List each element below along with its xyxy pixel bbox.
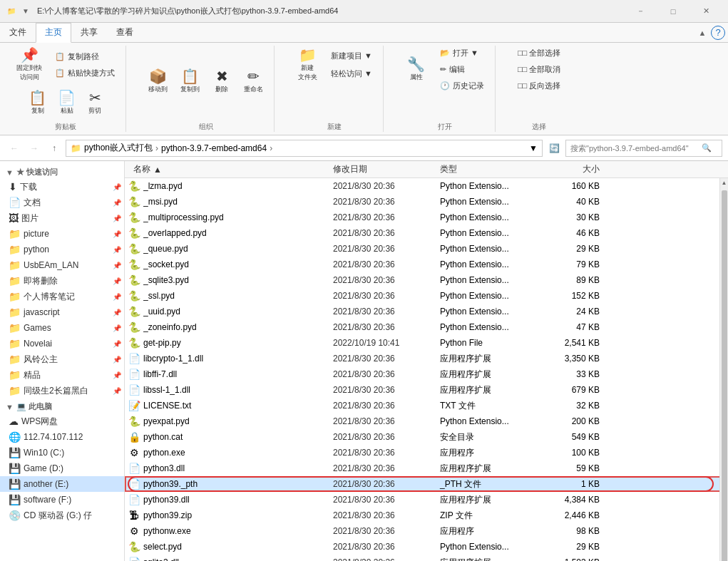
tab-home[interactable]: 主页	[36, 23, 71, 43]
edit-button[interactable]: ✏ 编辑	[435, 62, 489, 77]
easy-access-button[interactable]: 轻松访问 ▼	[326, 66, 377, 81]
table-row[interactable]: 🗜 python39.zip 2021/8/30 20:36 ZIP 文件 2,…	[125, 508, 728, 523]
sidebar-item-wps[interactable]: ☁ WPS网盘	[0, 413, 124, 429]
table-row[interactable]: 🐍 _socket.pyd 2021/8/30 20:36 Python Ext…	[125, 257, 728, 272]
new-folder-button[interactable]: 📁 新建文件夹	[292, 46, 323, 84]
search-input[interactable]	[570, 144, 699, 153]
cut-button[interactable]: ✂ 剪切	[82, 88, 108, 118]
table-row[interactable]: 🔒 python.cat 2021/8/30 20:36 安全目录 549 KB	[125, 429, 728, 445]
refresh-button[interactable]: 🔄	[545, 140, 563, 157]
move-to-button[interactable]: 📦 移动到	[143, 67, 173, 96]
sidebar-item-tongji[interactable]: 📁 同级生2长篇黑白 📌	[0, 383, 124, 398]
deselect-all-button[interactable]: □□ 全部取消	[513, 62, 565, 77]
games-pin: 📌	[113, 324, 121, 332]
table-row[interactable]: 🐍 _multiprocessing.pyd 2021/8/30 20:36 P…	[125, 210, 728, 225]
properties-button[interactable]: 🔧 属性	[401, 46, 432, 93]
sidebar-item-anothe[interactable]: 💾 another (E:)	[0, 476, 124, 492]
breadcrumb-item-1[interactable]: python嵌入式打包	[84, 142, 153, 154]
table-row[interactable]: ⚙ pythonw.exe 2021/8/30 20:36 应用程序 98 KB	[125, 523, 728, 539]
copy-to-button[interactable]: 📋 复制到	[175, 67, 205, 96]
help-icon[interactable]: ?	[711, 26, 725, 40]
sidebar-item-win10c[interactable]: 💾 Win10 (C:)	[0, 445, 124, 460]
sidebar-item-gamed[interactable]: 💾 Game (D:)	[0, 460, 124, 476]
breadcrumb-dropdown-icon[interactable]: ▼	[529, 143, 538, 153]
table-row[interactable]: 🐍 _uuid.pyd 2021/8/30 20:36 Python Exten…	[125, 304, 728, 319]
col-date-header[interactable]: 修改日期	[327, 163, 434, 175]
cut-label: 剪切	[88, 106, 101, 115]
select-all-button[interactable]: □□ 全部选择	[513, 46, 565, 61]
table-row[interactable]: 📄 sqlite3.dll 2021/8/30 20:36 应用程序扩展 1,5…	[125, 555, 728, 561]
scroll-thumb[interactable]	[722, 190, 727, 561]
table-row[interactable]: 📄 python3.dll 2021/8/30 20:36 应用程序扩展 59 …	[125, 460, 728, 476]
file-size: 46 KB	[548, 228, 605, 238]
table-row[interactable]: 🐍 _lzma.pyd 2021/8/30 20:36 Python Exten…	[125, 178, 728, 194]
copy-path-button[interactable]: 📋 复制路径	[50, 49, 120, 64]
sidebar-item-javascript[interactable]: 📁 javascript 📌	[0, 304, 124, 320]
table-row[interactable]: 🐍 get-pip.py 2022/10/19 10:41 Python Fil…	[125, 335, 728, 351]
tab-share[interactable]: 共享	[71, 23, 107, 42]
maximize-button[interactable]: □	[657, 0, 689, 23]
back-button[interactable]: ←	[6, 140, 23, 157]
table-row[interactable]: 📄 libcrypto-1_1.dll 2021/8/30 20:36 应用程序…	[125, 351, 728, 366]
sidebar-item-fenglingongzhu[interactable]: 📁 风铃公主 📌	[0, 351, 124, 367]
sidebar-item-jijiangshanchu[interactable]: 📁 即将删除 📌	[0, 273, 124, 289]
sidebar-item-documents[interactable]: 📄 文档 📌	[0, 195, 124, 210]
sidebar-item-pictures[interactable]: 🖼 图片 📌	[0, 210, 124, 226]
file-date: 2021/8/30 20:36	[327, 463, 434, 473]
invert-select-button[interactable]: □□ 反向选择	[513, 78, 565, 93]
close-button[interactable]: ✕	[689, 0, 722, 23]
rename-button[interactable]: ✏ 重命名	[239, 67, 268, 96]
sidebar-item-games[interactable]: 📁 Games 📌	[0, 320, 124, 336]
new-item-button[interactable]: 新建项目 ▼	[326, 48, 377, 63]
copy-button[interactable]: 📋 复制	[24, 88, 51, 118]
minimize-button[interactable]: －	[624, 0, 657, 23]
this-pc-chevron[interactable]: ▼	[6, 403, 14, 411]
sidebar-item-softf[interactable]: 💾 software (F:)	[0, 492, 124, 508]
table-row[interactable]: 📄 python39.dll 2021/8/30 20:36 应用程序扩展 4,…	[125, 492, 728, 508]
table-row[interactable]: 📄 libffi-7.dll 2021/8/30 20:36 应用程序扩展 33…	[125, 366, 728, 382]
sidebar-item-network[interactable]: 🌐 112.74.107.112	[0, 429, 124, 445]
sidebar-item-python[interactable]: 📁 python 📌	[0, 242, 124, 257]
sidebar-item-gerenbo[interactable]: 📁 个人博客笔记 📌	[0, 289, 124, 304]
quick-access-chevron[interactable]: ▼	[6, 168, 14, 177]
history-button[interactable]: 🕐 历史记录	[435, 78, 489, 93]
table-row[interactable]: 🐍 _msi.pyd 2021/8/30 20:36 Python Extens…	[125, 194, 728, 210]
scroll-up-button[interactable]: ▲	[720, 178, 728, 187]
col-type-header[interactable]: 类型	[434, 163, 548, 175]
pin-to-quick-access-button[interactable]: 📌 固定到快访问间	[11, 46, 47, 84]
sidebar-item-usbeam[interactable]: 📁 UsbEAm_LAN 📌	[0, 257, 124, 273]
file-name: python39._pth	[143, 479, 327, 489]
col-name-header[interactable]: 名称 ▲	[128, 163, 327, 175]
sidebar-item-cdg[interactable]: 💿 CD 驱动器 (G:) 仔	[0, 508, 124, 523]
table-row[interactable]: 📝 LICENSE.txt 2021/8/30 20:36 TXT 文件 32 …	[125, 398, 728, 413]
table-row[interactable]: 📄 libssl-1_1.dll 2021/8/30 20:36 应用程序扩展 …	[125, 382, 728, 398]
sidebar-item-downloads[interactable]: ⬇ 下载 📌	[0, 179, 124, 195]
table-row[interactable]: ⚙ python.exe 2021/8/30 20:36 应用程序 100 KB	[125, 445, 728, 460]
paste-button[interactable]: 📄 粘贴	[53, 88, 81, 118]
scrollbar[interactable]: ▲ ▼	[719, 178, 728, 561]
table-row[interactable]: 🐍 _zoneinfo.pyd 2021/8/30 20:36 Python E…	[125, 319, 728, 335]
breadcrumb-item-2[interactable]: python-3.9.7-embed-amd64	[161, 143, 267, 153]
delete-button[interactable]: ✖ 删除	[207, 67, 236, 96]
tab-view[interactable]: 查看	[107, 23, 143, 42]
sidebar-item-picture[interactable]: 📁 picture 📌	[0, 226, 124, 242]
ribbon-collapse-icon[interactable]: ▲	[697, 27, 708, 38]
table-row[interactable]: 🐍 select.pyd 2021/8/30 20:36 Python Exte…	[125, 539, 728, 555]
file-list-header: 名称 ▲ 修改日期 类型 大小	[125, 161, 728, 178]
sidebar-item-novelai[interactable]: 📁 Novelai 📌	[0, 336, 124, 351]
table-row[interactable]: 📄 python39._pth 2021/8/30 20:36 _PTH 文件 …	[125, 476, 728, 492]
file-list-body[interactable]: 🐍 _lzma.pyd 2021/8/30 20:36 Python Exten…	[125, 178, 728, 561]
table-row[interactable]: 🐍 _queue.pyd 2021/8/30 20:36 Python Exte…	[125, 241, 728, 257]
forward-button[interactable]: →	[26, 140, 43, 157]
table-row[interactable]: 🐍 _ssl.pyd 2021/8/30 20:36 Python Extens…	[125, 288, 728, 304]
col-size-header[interactable]: 大小	[548, 163, 605, 175]
paste-shortcut-button[interactable]: 📋 粘贴快捷方式	[50, 66, 120, 81]
table-row[interactable]: 🐍 _sqlite3.pyd 2021/8/30 20:36 Python Ex…	[125, 272, 728, 288]
sidebar-item-jingpin[interactable]: 📁 精品 📌	[0, 367, 124, 383]
table-row[interactable]: 🐍 _overlapped.pyd 2021/8/30 20:36 Python…	[125, 225, 728, 241]
tab-file[interactable]: 文件	[0, 23, 36, 42]
up-button[interactable]: ↑	[46, 140, 63, 157]
table-row[interactable]: 🐍 pyexpat.pyd 2021/8/30 20:36 Python Ext…	[125, 413, 728, 429]
breadcrumb[interactable]: 📁 python嵌入式打包 › python-3.9.7-embed-amd64…	[66, 140, 543, 157]
open-button[interactable]: 📂 打开 ▼	[435, 46, 489, 61]
